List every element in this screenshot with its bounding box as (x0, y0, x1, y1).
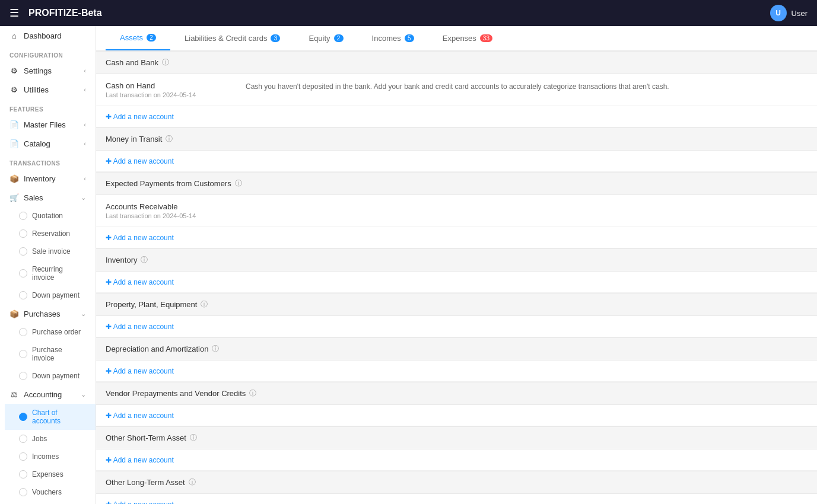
section-vendor-prepayments: Vendor Prepayments and Vendor Credits ⓘ … (96, 382, 817, 426)
chevron-icon: ‹ (84, 121, 86, 128)
sidebar-item-down-payment-sales[interactable]: Down payment (5, 286, 96, 304)
section-header-cash-and-bank: Cash and Bank ⓘ (96, 51, 817, 74)
user-name: User (791, 9, 808, 18)
sidebar-item-vouchers[interactable]: Vouchers (5, 483, 96, 501)
add-account-ppe: ✚ Add a new account (96, 316, 817, 337)
sidebar-item-chart-of-accounts[interactable]: Chart of accounts (5, 404, 96, 430)
circle-icon (19, 350, 27, 358)
chevron-down-icon: ⌄ (81, 194, 86, 202)
utilities-icon: ⚙ (9, 85, 19, 94)
add-account-btn-depreciation[interactable]: ✚ Add a new account (106, 367, 174, 375)
tabs-bar: Assets 2 Liabilities & Credit cards 3 Eq… (96, 26, 817, 51)
sales-icon: 🛒 (9, 193, 19, 202)
help-icon-inventory[interactable]: ⓘ (141, 255, 148, 265)
help-icon-other-short-term[interactable]: ⓘ (190, 433, 197, 443)
add-account-btn-expected-payments[interactable]: ✚ Add a new account (106, 234, 174, 242)
add-account-btn-vendor-prepayments[interactable]: ✚ Add a new account (106, 412, 174, 420)
sales-submenu: Quotation Reservation Sale invoice Recur… (0, 207, 96, 304)
circle-icon (19, 229, 27, 238)
help-icon-expected-payments[interactable]: ⓘ (235, 178, 242, 189)
inventory-icon: 📦 (9, 174, 19, 183)
circle-icon (19, 413, 27, 421)
section-other-long-term: Other Long-Term Asset ⓘ ✚ Add a new acco… (96, 471, 817, 504)
sidebar-item-purchases[interactable]: 📦 Purchases ⌄ (0, 304, 96, 323)
equity-badge: 2 (334, 34, 344, 42)
sidebar-item-incomes[interactable]: Incomes (5, 448, 96, 465)
sidebar-item-jobs[interactable]: Jobs (5, 430, 96, 448)
transactions-section-label: TRANSACTIONS (0, 153, 96, 169)
user-menu[interactable]: U User (770, 5, 808, 21)
accounts-content: Cash and Bank ⓘ Cash on Hand Last transa… (96, 51, 817, 504)
circle-icon (19, 470, 27, 479)
tab-assets[interactable]: Assets 2 (106, 26, 170, 50)
sidebar-item-dashboard[interactable]: ⌂ Dashboard (0, 26, 96, 45)
add-account-money-in-transit: ✚ Add a new account (96, 151, 817, 172)
sidebar-item-reports[interactable]: 📊 Reports (0, 501, 96, 504)
sidebar-item-master-files[interactable]: 📄 Master Files ‹ (0, 115, 96, 134)
circle-icon (19, 212, 27, 220)
sidebar-item-down-payment-purchases[interactable]: Down payment (5, 367, 96, 385)
purchases-submenu: Purchase order Purchase invoice Down pay… (0, 323, 96, 385)
add-account-btn-ppe[interactable]: ✚ Add a new account (106, 323, 174, 331)
help-icon-cash-and-bank[interactable]: ⓘ (162, 58, 169, 68)
sidebar-item-reservation[interactable]: Reservation (5, 225, 96, 243)
add-account-vendor-prepayments: ✚ Add a new account (96, 405, 817, 426)
section-cash-and-bank: Cash and Bank ⓘ Cash on Hand Last transa… (96, 51, 817, 127)
sidebar-item-recurring-invoice[interactable]: Recurring invoice (5, 260, 96, 286)
sidebar-item-settings[interactable]: ⚙ Settings ‹ (0, 61, 96, 80)
section-header-vendor-prepayments: Vendor Prepayments and Vendor Credits ⓘ (96, 382, 817, 405)
add-account-btn-cash-and-bank[interactable]: ✚ Add a new account (106, 113, 174, 121)
help-icon-ppe[interactable]: ⓘ (201, 299, 208, 310)
tab-expenses[interactable]: Expenses 33 (428, 26, 507, 50)
section-header-depreciation: Depreciation and Amortization ⓘ (96, 337, 817, 361)
section-header-expected-payments: Expected Payments from Customers ⓘ (96, 172, 817, 195)
help-icon-other-long-term[interactable]: ⓘ (189, 477, 196, 487)
sidebar-item-sales[interactable]: 🛒 Sales ⌄ (0, 188, 96, 207)
sidebar-item-sale-invoice[interactable]: Sale invoice (5, 243, 96, 260)
sidebar-item-accounting[interactable]: ⚖ Accounting ⌄ (0, 385, 96, 404)
section-inventory: Inventory ⓘ ✚ Add a new account (96, 248, 817, 293)
circle-icon (19, 435, 27, 443)
add-account-btn-money-in-transit[interactable]: ✚ Add a new account (106, 157, 174, 165)
sidebar-item-utilities[interactable]: ⚙ Utilities ‹ (0, 80, 96, 99)
expenses-badge: 33 (480, 34, 492, 42)
section-header-money-in-transit: Money in Transit ⓘ (96, 127, 817, 151)
incomes-badge: 5 (405, 34, 414, 42)
sidebar-item-inventory[interactable]: 📦 Inventory ‹ (0, 169, 96, 188)
chevron-down-icon: ⌄ (81, 391, 86, 398)
circle-icon (19, 328, 27, 336)
circle-icon (19, 269, 27, 277)
assets-badge: 2 (147, 34, 156, 42)
config-section-label: CONFIGURATION (0, 45, 96, 61)
tab-incomes[interactable]: Incomes 5 (358, 26, 428, 50)
add-account-btn-other-long-term[interactable]: ✚ Add a new account (106, 500, 174, 504)
section-header-other-short-term: Other Short-Term Asset ⓘ (96, 426, 817, 449)
circle-icon (19, 488, 27, 496)
menu-icon[interactable]: ☰ (9, 7, 19, 20)
circle-icon (19, 291, 27, 299)
sidebar-item-purchase-order[interactable]: Purchase order (5, 323, 96, 341)
section-money-in-transit: Money in Transit ⓘ ✚ Add a new account (96, 127, 817, 172)
help-icon-money-in-transit[interactable]: ⓘ (166, 134, 173, 144)
sidebar-item-quotation[interactable]: Quotation (5, 207, 96, 225)
sidebar-item-catalog[interactable]: 📄 Catalog ‹ (0, 134, 96, 153)
sidebar-item-expenses[interactable]: Expenses (5, 465, 96, 483)
section-header-ppe: Property, Plant, Equipment ⓘ (96, 293, 817, 316)
section-depreciation-amortization: Depreciation and Amortization ⓘ ✚ Add a … (96, 337, 817, 382)
help-icon-depreciation[interactable]: ⓘ (212, 344, 219, 354)
add-account-other-long-term: ✚ Add a new account (96, 494, 817, 504)
add-account-btn-inventory[interactable]: ✚ Add a new account (106, 278, 174, 286)
tab-equity[interactable]: Equity 2 (294, 26, 357, 50)
tab-liabilities[interactable]: Liabilities & Credit cards 3 (170, 26, 294, 50)
add-account-cash-and-bank: ✚ Add a new account (96, 106, 817, 127)
home-icon: ⌂ (9, 31, 19, 40)
app-title: PROFITIZE-Beta (28, 8, 761, 18)
section-header-inventory: Inventory ⓘ (96, 248, 817, 272)
help-icon-vendor-prepayments[interactable]: ⓘ (249, 388, 256, 398)
purchases-icon: 📦 (9, 309, 19, 318)
add-account-expected-payments: ✚ Add a new account (96, 227, 817, 248)
main-content: Assets 2 Liabilities & Credit cards 3 Eq… (96, 26, 817, 504)
sidebar-item-purchase-invoice[interactable]: Purchase invoice (5, 341, 96, 367)
add-account-btn-other-short-term[interactable]: ✚ Add a new account (106, 456, 174, 464)
accounting-icon: ⚖ (9, 390, 19, 399)
